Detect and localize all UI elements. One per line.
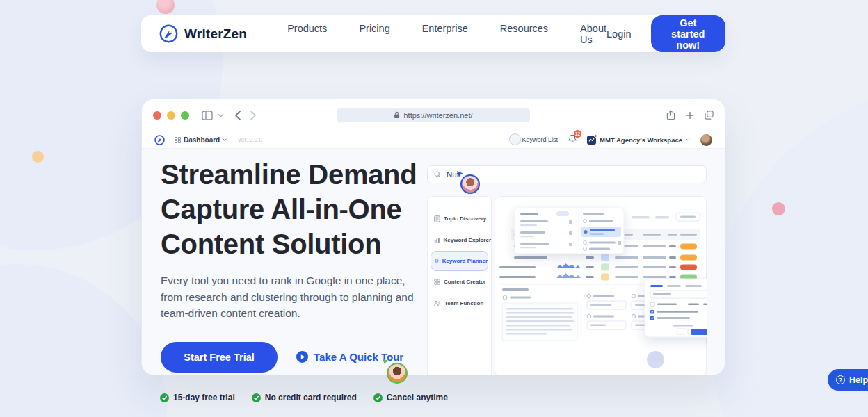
writerzen-logo-icon (159, 24, 178, 43)
sidebar-item-topic-discovery[interactable]: Topic Discovery (428, 208, 491, 229)
team-function-icon (434, 300, 441, 306)
url-text: https://writerzen.net/ (403, 111, 472, 120)
start-free-trial-button[interactable]: Start Free Trial (161, 342, 278, 373)
trial-bullets: 15-day free trial No credit card require… (160, 393, 448, 402)
cursor-halo (509, 133, 521, 145)
search-icon (434, 171, 441, 178)
question-icon: ? (836, 375, 845, 384)
nav-link-pricing[interactable]: Pricing (359, 23, 389, 45)
login-link[interactable]: Login (606, 28, 631, 40)
cursor-arrow-icon (456, 170, 464, 178)
dashboard-menu-label: Dashboard (184, 136, 220, 144)
background-blob (709, 83, 868, 417)
nav-right: Login Get started now! (606, 15, 725, 52)
workspace-icon (587, 136, 596, 145)
keyword-planner-icon (435, 258, 439, 264)
back-icon[interactable] (235, 111, 241, 120)
bullet-no-card: No credit card required (252, 393, 357, 402)
bullet-cancel: Cancel anytime (373, 393, 448, 402)
check-icon (160, 393, 169, 402)
workspace-label: MMT Agency's Workspace (600, 136, 682, 144)
page-title: Streamline Demand Capture All-in-One Con… (161, 157, 425, 261)
brand-logo[interactable]: WriterZen (159, 24, 247, 43)
maximize-window-icon[interactable] (181, 111, 189, 120)
collab-cursor-search (456, 170, 480, 194)
check-icon (373, 393, 383, 402)
sidebar-toggle-icon[interactable] (202, 111, 213, 120)
nav-link-resources[interactable]: Resources (500, 23, 548, 45)
forward-icon[interactable] (250, 111, 256, 120)
new-tab-icon[interactable] (686, 111, 694, 120)
workspace-switcher[interactable]: MMT Agency's Workspace (587, 136, 690, 145)
close-window-icon[interactable] (153, 111, 161, 120)
sidebar-item-team-function[interactable]: Team Function (428, 293, 491, 314)
collab-cursor-tour (382, 358, 408, 384)
user-avatar[interactable] (700, 134, 712, 146)
get-started-button[interactable]: Get started now! (651, 15, 726, 52)
keyword-explorer-icon (434, 237, 440, 243)
app-header: Dashboard ver. 2.0.0 Keyword List (142, 131, 725, 149)
keyword-list-label: Keyword List (522, 136, 558, 143)
hero-section: Streamline Demand Capture All-in-One Con… (161, 157, 425, 373)
nav-link-products[interactable]: Products (287, 23, 327, 45)
keyword-planner-screenshot (495, 197, 707, 375)
search-input[interactable] (445, 170, 700, 179)
play-icon (296, 351, 308, 363)
sidebar-item-keyword-planner[interactable]: Keyword Planner (431, 251, 488, 271)
traffic-lights (153, 111, 189, 120)
decor-circle-pink (772, 202, 785, 215)
nav-link-about-us[interactable]: About Us (580, 23, 606, 45)
content-creator-icon (434, 279, 440, 285)
chevron-down-icon (223, 138, 227, 141)
topic-discovery-icon (434, 215, 440, 222)
page: WriterZen Products Pricing Enterprise Re… (0, 0, 868, 417)
grid-icon (175, 137, 181, 143)
nav-links: Products Pricing Enterprise Resources Ab… (287, 23, 606, 45)
app-content: Streamline Demand Capture All-in-One Con… (142, 149, 725, 375)
app-version: ver. 2.0.0 (238, 136, 262, 143)
top-navigation: WriterZen Products Pricing Enterprise Re… (141, 15, 725, 52)
share-icon[interactable] (666, 110, 675, 120)
help-label: Help (849, 375, 868, 385)
sidebar-item-keyword-explorer[interactable]: Keyword Explorer (428, 229, 491, 251)
decor-circle-yellow (32, 151, 44, 163)
browser-toolbar: https://writerzen.net/ (142, 99, 725, 131)
chevron-down-icon[interactable] (218, 113, 224, 117)
dashboard-sidebar: Topic Discovery Keyword Explorer (427, 196, 492, 375)
help-button[interactable]: ? Help (828, 369, 868, 391)
minimize-window-icon[interactable] (167, 111, 175, 120)
nav-link-enterprise[interactable]: Enterprise (422, 23, 468, 45)
dashboard-menu[interactable]: Dashboard (175, 136, 227, 144)
lock-icon (394, 111, 400, 119)
chevron-down-icon (686, 138, 690, 141)
keyword-planner-preview (495, 196, 707, 375)
tab-overview-icon[interactable] (705, 111, 714, 120)
notification-badge: 12 (574, 130, 581, 138)
address-bar[interactable]: https://writerzen.net/ (337, 108, 530, 122)
workspace-status-dot (594, 134, 597, 138)
notifications-button[interactable]: 12 (568, 133, 577, 146)
bullet-free-trial: 15-day free trial (160, 393, 235, 402)
cursor-arrow-icon (382, 358, 390, 366)
brand-name: WriterZen (184, 26, 247, 42)
sidebar-item-content-creator[interactable]: Content Creator (428, 271, 491, 293)
decor-circle-lavender (647, 351, 664, 368)
browser-window: https://writerzen.net/ (141, 99, 725, 375)
hero-description: Every tool you need to rank in Google in… (161, 272, 421, 322)
check-icon (252, 393, 261, 402)
writerzen-mini-logo-icon (154, 135, 165, 145)
keyword-list-button[interactable]: Keyword List (513, 136, 558, 143)
